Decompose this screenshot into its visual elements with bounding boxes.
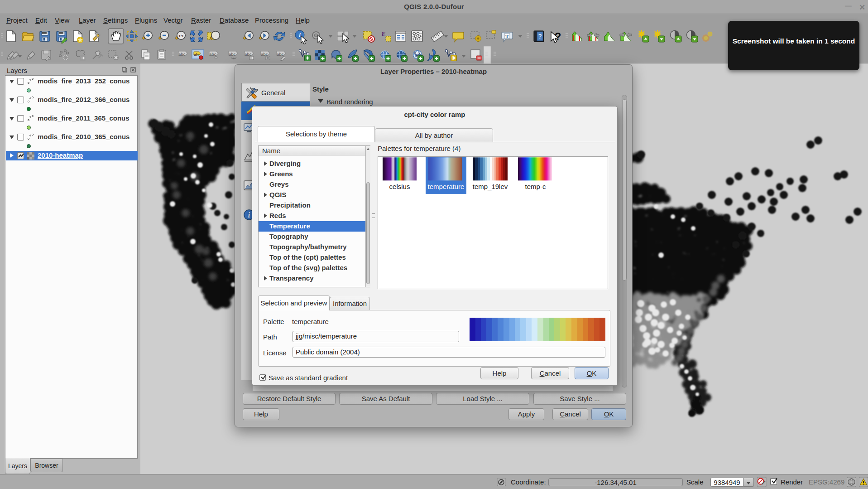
svg-text:abc: abc <box>277 52 284 57</box>
svg-text:↻: ↻ <box>267 56 269 59</box>
svg-text:?: ? <box>538 33 542 40</box>
svg-text:i: i <box>299 32 301 39</box>
svg-text:abc: abc <box>261 52 268 57</box>
svg-text:abc: abc <box>178 52 186 57</box>
svg-text:abc: abc <box>229 52 236 57</box>
svg-text:?: ? <box>555 30 561 43</box>
svg-text:i: i <box>248 211 250 219</box>
svg-text:abc: abc <box>209 52 216 57</box>
svg-text:abc: abc <box>245 52 252 57</box>
svg-text:1:1: 1:1 <box>178 34 184 38</box>
svg-text:ab: ab <box>194 53 199 57</box>
svg-text:T: T <box>505 34 509 39</box>
svg-text:ε: ε <box>382 28 386 38</box>
